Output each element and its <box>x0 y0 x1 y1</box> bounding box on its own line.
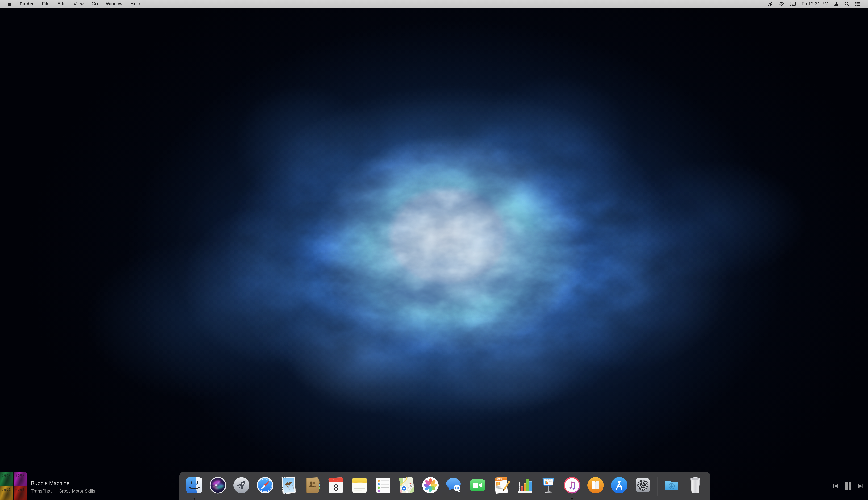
system-preferences-gear-icon <box>634 477 652 494</box>
airplay-status[interactable] <box>790 2 796 6</box>
desktop-wallpaper[interactable] <box>0 0 868 500</box>
menu-bar-left: Finder File Edit View Go Window Help <box>0 0 144 8</box>
menu-bar: Finder File Edit View Go Window Help <box>0 0 868 8</box>
dock-item-numbers[interactable] <box>513 477 537 499</box>
dock-item-notes[interactable] <box>348 477 371 499</box>
dock-divider <box>657 477 658 496</box>
dock-item-itunes[interactable]: ♫ <box>560 477 584 499</box>
media-controls <box>833 482 864 490</box>
dock-item-app-store[interactable] <box>607 477 631 499</box>
numbers-chart-icon <box>516 477 534 494</box>
dock-item-reminders[interactable] <box>371 477 395 499</box>
dock-item-keynote[interactable]: KEYNOTE <box>537 477 560 499</box>
dock-item-downloads[interactable] <box>660 477 684 499</box>
dock-item-trash[interactable] <box>684 477 707 499</box>
menu-view[interactable]: View <box>70 0 88 8</box>
keynote-header-text: KEYNOTE <box>545 479 551 480</box>
reminders-icon <box>375 477 392 494</box>
album-art-tile-gold: 2002 <box>0 487 13 500</box>
pause-button[interactable] <box>845 482 851 490</box>
wifi-status[interactable] <box>778 2 784 6</box>
dock-item-safari[interactable] <box>253 477 277 499</box>
trash-icon <box>687 477 704 494</box>
menu-help[interactable]: Help <box>127 0 144 8</box>
dock-item-calendar[interactable]: JUN 8 <box>324 477 348 499</box>
menu-file[interactable]: File <box>38 0 54 8</box>
desktop: Finder File Edit View Go Window Help <box>0 0 868 500</box>
album-art-tile-magenta: 2002 <box>14 472 27 486</box>
itunes-status-icon[interactable] <box>767 2 773 6</box>
menu-edit[interactable]: Edit <box>54 0 70 8</box>
ibooks-icon <box>587 477 604 494</box>
apple-menu[interactable] <box>3 0 16 8</box>
album-art-year-text: 2002 <box>15 473 25 478</box>
dock-item-system-preferences[interactable] <box>631 477 655 499</box>
dock-item-photos[interactable] <box>419 477 442 499</box>
maps-icon: 3D <box>397 476 416 495</box>
maps-3d-text: 3D <box>409 484 412 487</box>
calendar-day-text: 8 <box>333 482 339 493</box>
itunes-icon: ♫ <box>563 477 581 494</box>
contacts-book-icon <box>303 476 321 494</box>
next-track-icon <box>858 484 864 489</box>
calendar-icon: JUN 8 <box>327 477 345 494</box>
messages-bubble-icon <box>445 477 462 494</box>
itunes-note-glyph: ♫ <box>568 479 576 491</box>
running-indicator <box>571 498 573 500</box>
next-track-button[interactable] <box>858 484 864 489</box>
menu-go[interactable]: Go <box>88 0 102 8</box>
previous-track-icon <box>833 484 838 489</box>
album-art-tile-green: 2002 <box>0 472 13 486</box>
finder-icon <box>185 477 203 494</box>
now-playing-subtitle: TransPhat — Gross Motor Skills <box>31 488 95 494</box>
siri-icon <box>209 477 227 494</box>
dock-item-siri[interactable] <box>206 477 230 499</box>
dock: JUN 8 <box>179 472 710 500</box>
album-art-year-text: 2002 <box>15 488 25 492</box>
album-art-tile-red: 2002 <box>14 487 27 500</box>
menu-bar-clock[interactable]: Fri 12:31 PM <box>801 1 829 7</box>
music-notes-icon <box>767 2 773 6</box>
pages-document-icon: PAGES <box>492 476 511 495</box>
dock-item-ibooks[interactable] <box>584 477 607 499</box>
album-art-year-text: 2002 <box>2 488 11 492</box>
dock-item-facetime[interactable] <box>466 477 489 499</box>
dock-item-maps[interactable]: 3D <box>395 477 419 499</box>
downloads-folder-icon <box>663 477 680 494</box>
dock-item-contacts[interactable] <box>300 477 324 499</box>
apple-logo-icon <box>8 1 12 7</box>
pause-icon <box>845 482 851 490</box>
wallpaper-ink-texture <box>0 0 868 500</box>
mail-stamp-icon <box>279 476 298 495</box>
facetime-camera-icon <box>469 477 486 494</box>
notes-icon <box>351 477 368 494</box>
spotlight-menu[interactable] <box>845 2 849 6</box>
keynote-podium-icon: KEYNOTE <box>540 477 557 494</box>
now-playing-title: Bubble Machine <box>31 480 69 487</box>
photos-flower-icon <box>422 477 439 494</box>
running-indicator <box>194 498 195 500</box>
spotlight-search-icon <box>845 2 849 6</box>
launchpad-rocket-icon <box>233 477 250 494</box>
app-store-icon <box>610 477 628 494</box>
dock-item-mail[interactable] <box>277 477 300 499</box>
menu-window[interactable]: Window <box>102 0 127 8</box>
menu-finder[interactable]: Finder <box>16 0 38 8</box>
notification-center-icon <box>855 2 860 6</box>
dock-item-launchpad[interactable] <box>230 477 253 499</box>
user-switching-menu[interactable] <box>834 2 839 6</box>
previous-track-button[interactable] <box>833 484 838 489</box>
calendar-month-text: JUN <box>333 478 339 481</box>
wifi-icon <box>778 2 784 6</box>
menu-bar-status: Fri 12:31 PM <box>767 0 868 8</box>
dock-item-pages[interactable]: PAGES <box>489 477 513 499</box>
airplay-display-icon <box>790 2 796 6</box>
notification-center-menu[interactable] <box>855 2 860 6</box>
safari-compass-icon <box>256 477 274 494</box>
album-art[interactable]: 2002 2002 2002 2002 <box>0 472 27 500</box>
user-account-icon <box>834 2 839 6</box>
dock-item-messages[interactable] <box>442 477 466 499</box>
dock-item-finder[interactable] <box>182 477 206 499</box>
album-art-year-text: 2002 <box>2 473 11 478</box>
